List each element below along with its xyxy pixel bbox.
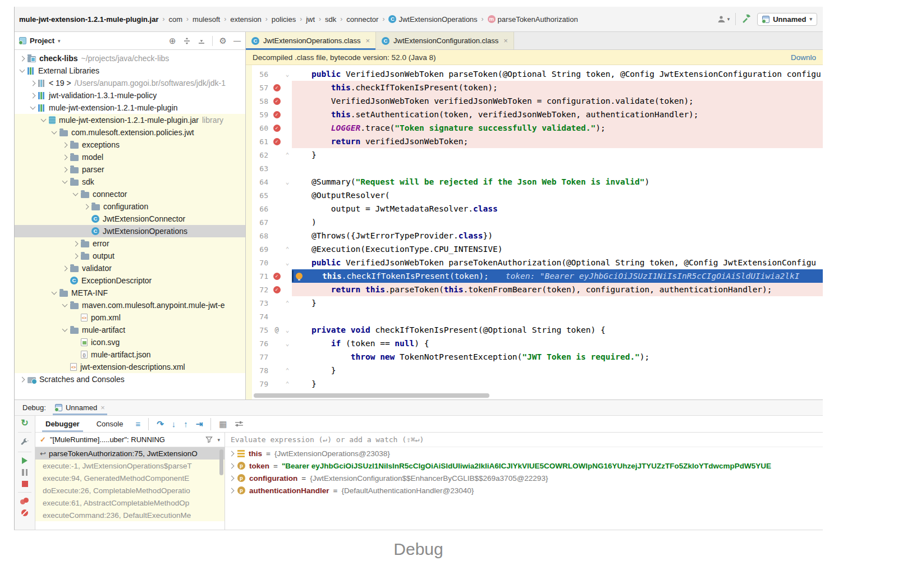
stack-frame-row[interactable]: execute:94, GeneratedMethodComponentE [35,472,224,484]
tree-item[interactable]: mule-artifact [15,324,245,336]
tree-chevron-icon[interactable] [20,376,25,382]
tree-chevron-icon[interactable] [62,302,68,307]
breadcrumb-item[interactable]: mulesoft [191,14,221,25]
fold-marker-icon[interactable]: ⌃ [283,300,292,307]
breakpoint-icon[interactable] [273,273,281,280]
tree-item[interactable]: icon.svg [15,336,245,348]
chevron-down-icon[interactable]: ▾ [58,38,61,44]
hide-panel-button[interactable]: — [233,36,241,45]
line-number[interactable]: 77 [246,353,271,361]
tab-debugger[interactable]: Debugger [41,417,84,430]
gutter-cell[interactable] [271,273,283,280]
line-number[interactable]: 64 [246,178,271,186]
tree-item[interactable]: output [15,250,245,262]
run-to-cursor-button[interactable]: ⇥ [196,419,203,429]
line-number[interactable]: 66 [246,205,271,213]
download-sources-link[interactable]: Downlo [791,53,816,62]
breadcrumb-item[interactable]: com [167,14,184,25]
breakpoint-icon[interactable] [273,84,281,91]
profile-button[interactable]: ▾ [717,15,730,24]
tree-chevron-icon[interactable] [62,327,68,332]
tree-item[interactable]: pom.xml [15,311,245,324]
tree-chevron-icon[interactable] [20,56,25,61]
tree-item[interactable]: connector [15,188,245,200]
evaluate-expression-button[interactable]: ▦ [219,419,227,429]
line-number[interactable]: 76 [246,339,271,348]
line-number[interactable]: 59 [246,111,271,119]
stack-frame-row[interactable]: executeCommand:236, DefaultExecutionMe [35,509,224,521]
fold-marker-icon[interactable]: ⌄ [283,259,292,267]
tree-item[interactable]: Scratches and Consoles [15,373,245,385]
tree-chevron-icon[interactable] [73,241,79,246]
tree-item[interactable]: META-INF [15,287,245,299]
view-breakpoints-button[interactable] [20,498,29,504]
fold-marker-icon[interactable]: ⌃ [283,380,292,388]
expand-chevron-icon[interactable] [229,451,235,456]
line-number[interactable]: 65 [246,191,271,200]
tree-item[interactable]: exceptions [15,139,245,151]
tree-item[interactable]: check-libs~/projects/java/check-libs [15,52,245,65]
tab-console[interactable]: Console [92,417,128,430]
tree-item[interactable]: < 19 >/Users/anupam.gogoi.br/softwares/j… [15,77,245,89]
tree-chevron-icon[interactable] [30,93,36,98]
line-number[interactable]: 79 [246,380,271,388]
expand-chevron-icon[interactable] [229,475,235,481]
tree-chevron-icon[interactable] [73,253,79,259]
line-number[interactable]: 58 [246,97,271,105]
fold-marker-icon[interactable]: ⌃ [283,367,292,374]
project-panel-title[interactable]: Project [30,36,54,45]
line-number[interactable]: 57 [246,84,271,92]
run-config-selector[interactable]: Unnamed ▾ [757,13,817,26]
tree-chevron-icon[interactable] [62,265,68,271]
rerun-button[interactable]: ↻ [21,419,28,427]
breakpoint-icon[interactable] [273,286,281,293]
breadcrumb-item[interactable]: JwtExtensionOperations [387,14,478,25]
line-number[interactable]: 56 [246,70,271,79]
fold-marker-icon[interactable]: ⌄ [283,71,292,78]
line-number[interactable]: 74 [246,313,271,321]
tree-item[interactable]: model [15,151,245,163]
frames-scrollbar[interactable] [219,449,223,475]
tree-item[interactable]: error [15,237,245,250]
gutter-cell[interactable] [271,138,283,145]
tree-item[interactable]: jwt-extension-descriptions.xml [15,361,245,373]
fold-marker-icon[interactable]: ⌄ [283,340,292,347]
fold-marker-icon[interactable]: ⌃ [283,246,292,253]
tree-chevron-icon[interactable] [52,129,57,135]
close-icon[interactable]: × [100,403,105,412]
tree-chevron-icon[interactable] [84,204,89,209]
breadcrumb-item[interactable]: sdk [324,14,337,25]
line-number[interactable]: 78 [246,366,271,375]
stop-button[interactable] [22,481,28,487]
line-number[interactable]: 69 [246,245,271,254]
breadcrumb-item[interactable]: parseTokenAuthorization [487,14,579,25]
breadcrumb-item[interactable]: mule-jwt-extension-1.2.1-mule-plugin.jar [18,14,159,25]
breadcrumb-item[interactable]: jwt [305,14,316,25]
line-number[interactable]: 71 [246,272,271,281]
code-area[interactable]: 56⌄ public VerifiedJsonWebToken parseTok… [246,65,823,399]
expand-chevron-icon[interactable] [229,488,235,493]
step-into-button[interactable]: ↓ [172,419,176,429]
tab-close-icon[interactable]: × [503,36,508,45]
tree-item[interactable]: parser [15,163,245,176]
tree-chevron-icon[interactable] [62,178,68,184]
breakpoint-icon[interactable] [273,125,281,132]
tree-item[interactable]: External Libraries [15,65,245,77]
breadcrumb-item[interactable]: extension [229,14,263,25]
breakpoint-icon[interactable] [273,98,281,105]
tree-chevron-icon[interactable] [62,167,68,172]
tree-item[interactable]: mule-artifact.json [15,348,245,361]
tree-chevron-icon[interactable] [30,80,36,86]
thread-selector[interactable]: ✓ "[MuleRuntime].....uber": RUNNING ▾ [35,433,224,447]
line-number[interactable]: 61 [246,137,271,146]
tree-chevron-icon[interactable] [73,191,79,196]
mute-breakpoints-button[interactable] [21,509,28,516]
gutter-cell[interactable] [271,84,283,91]
gutter-cell[interactable] [271,111,283,118]
collapse-all-button[interactable] [198,37,205,45]
build-button[interactable] [741,13,752,25]
filter-funnel-icon[interactable] [205,436,213,443]
settings-wrench-button[interactable] [20,438,29,447]
line-number[interactable]: 70 [246,259,271,267]
step-out-button[interactable]: ↑ [184,419,188,429]
